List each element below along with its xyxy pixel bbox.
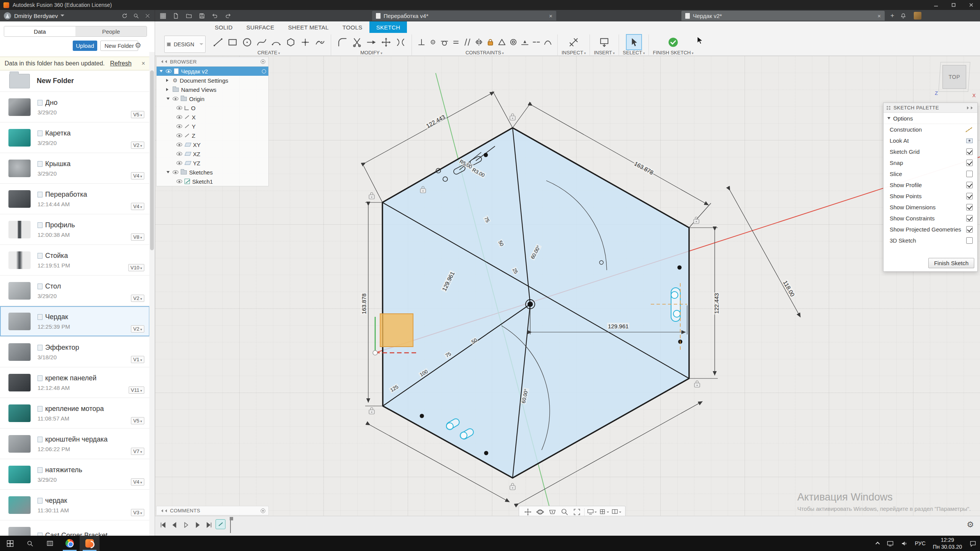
- list-item[interactable]: Каретка3/29/20 V2: [0, 122, 150, 153]
- visibility-eye-icon[interactable]: [176, 115, 182, 119]
- version-dropdown[interactable]: V2: [131, 325, 144, 333]
- select-tool-icon[interactable]: [627, 35, 641, 49]
- visibility-eye-icon[interactable]: [166, 69, 172, 73]
- step-forward-button[interactable]: [193, 520, 203, 530]
- constraints-dropdown[interactable]: CONSTRAINTS: [466, 50, 504, 55]
- list-item[interactable]: Переработка12:14:44 AM V4: [0, 184, 150, 214]
- list-item[interactable]: New Folder: [0, 70, 150, 92]
- version-dropdown[interactable]: V4: [131, 172, 144, 179]
- version-dropdown[interactable]: V2: [131, 295, 144, 302]
- visibility-eye-icon[interactable]: [173, 97, 178, 101]
- list-item[interactable]: кронштейн чердака12:06:22 PM V7: [0, 429, 150, 459]
- pan-icon[interactable]: [523, 507, 533, 516]
- activate-radio-icon[interactable]: [262, 69, 266, 73]
- version-dropdown[interactable]: V10: [128, 264, 144, 271]
- close-button[interactable]: [962, 0, 980, 10]
- tangent-constraint-icon[interactable]: [439, 35, 450, 49]
- option-look-at[interactable]: Look At: [884, 135, 977, 146]
- open-file-icon[interactable]: [184, 11, 194, 21]
- start-button[interactable]: [0, 536, 20, 551]
- point-tool-icon[interactable]: [298, 35, 312, 49]
- timeline-position-marker[interactable]: [230, 518, 231, 533]
- tab-solid[interactable]: SOLID: [208, 21, 240, 33]
- finish-sketch-dropdown[interactable]: FINISH SKETCH: [653, 50, 693, 55]
- option-construction[interactable]: Construction: [884, 124, 977, 135]
- curvature-constraint-icon[interactable]: [542, 35, 554, 49]
- arc-tool-icon[interactable]: [269, 35, 283, 49]
- panel-settings-gear-icon[interactable]: ⚙: [135, 41, 141, 50]
- browser-root-item[interactable]: Чердак v2: [157, 67, 268, 76]
- finish-sketch-icon[interactable]: [666, 35, 680, 49]
- visibility-eye-icon[interactable]: [176, 134, 182, 137]
- display-settings-icon[interactable]: [587, 507, 597, 516]
- version-dropdown[interactable]: V11: [129, 386, 144, 394]
- dismiss-notice-icon[interactable]: ×: [142, 60, 145, 67]
- look-at-icon[interactable]: [547, 507, 557, 516]
- collapse-palette-icon[interactable]: [967, 106, 974, 109]
- action-center-icon[interactable]: [966, 536, 980, 551]
- list-item[interactable]: крепеж панелей12:12:48 AM V11: [0, 367, 150, 398]
- dimension-label[interactable]: 163.878: [361, 293, 367, 315]
- list-item[interactable]: Крышка3/29/20 V4: [0, 153, 150, 184]
- browser-item-named-views[interactable]: Named Views: [157, 85, 268, 94]
- new-tab-button[interactable]: +: [889, 12, 896, 19]
- browser-item-plane-xz[interactable]: XZ: [157, 149, 268, 158]
- construction-line-icon[interactable]: [965, 127, 972, 132]
- list-item[interactable]: Дно3/29/20 V5: [0, 92, 150, 122]
- document-tab-pererabotka[interactable]: Переработка v4* ×: [372, 11, 556, 21]
- tab-sheet-metal[interactable]: SHEET METAL: [281, 21, 335, 33]
- parallel-constraint-icon[interactable]: [462, 35, 473, 49]
- checkbox-unchecked[interactable]: [966, 171, 973, 177]
- visibility-eye-icon[interactable]: [176, 161, 182, 165]
- dimension-label[interactable]: 129.961: [607, 323, 629, 329]
- taskbar-fusion-icon[interactable]: [80, 536, 100, 551]
- data-panel-toggle-icon[interactable]: [158, 11, 168, 21]
- version-dropdown[interactable]: V1: [131, 356, 144, 363]
- refresh-icon[interactable]: [119, 11, 129, 21]
- expander-icon[interactable]: [159, 69, 163, 73]
- version-dropdown[interactable]: V5: [131, 417, 144, 424]
- orbit-icon[interactable]: [535, 507, 545, 516]
- viewports-icon[interactable]: [611, 507, 621, 516]
- modify-dropdown[interactable]: MODIFY: [360, 50, 382, 55]
- browser-item-plane-yz[interactable]: YZ: [157, 158, 268, 168]
- save-icon[interactable]: [197, 11, 207, 21]
- midpoint-constraint-icon[interactable]: [519, 35, 531, 49]
- undo-icon[interactable]: [210, 11, 220, 21]
- fillet-tool-icon[interactable]: [335, 35, 350, 49]
- task-view-icon[interactable]: [40, 536, 60, 551]
- move-tool-icon[interactable]: [379, 35, 393, 49]
- play-button[interactable]: [181, 520, 191, 530]
- list-item[interactable]: Стойка12:19:51 PM V10: [0, 245, 150, 276]
- option-slice[interactable]: Slice: [884, 168, 977, 179]
- tab-data[interactable]: Data: [4, 26, 75, 36]
- visibility-eye-icon[interactable]: [176, 106, 182, 110]
- polygon-tool-icon[interactable]: [283, 35, 298, 49]
- tab-tools[interactable]: TOOLS: [336, 21, 369, 33]
- visibility-eye-icon[interactable]: [176, 124, 182, 128]
- fix-lock-constraint-icon[interactable]: [485, 35, 496, 49]
- version-dropdown[interactable]: V4: [131, 203, 144, 210]
- expander-icon[interactable]: [166, 97, 170, 101]
- dimension-label[interactable]: 122.443: [713, 292, 720, 315]
- option-show-dimensions[interactable]: Show Dimensions: [884, 202, 977, 213]
- option-show-projected-geometries[interactable]: Show Projected Geometries: [884, 224, 977, 235]
- upload-button[interactable]: Upload: [73, 41, 97, 51]
- tab-people[interactable]: People: [75, 26, 147, 36]
- view-cube[interactable]: TOP Z X: [934, 59, 980, 99]
- palette-header[interactable]: SKETCH PALETTE: [884, 103, 977, 113]
- circle-tool-icon[interactable]: [240, 35, 254, 49]
- rectangle-tool-icon[interactable]: [225, 35, 240, 49]
- checkbox-checked[interactable]: [966, 193, 973, 199]
- checkbox-checked[interactable]: [966, 160, 973, 166]
- spline-tool-icon[interactable]: [254, 35, 269, 49]
- browser-item-axis-z[interactable]: Z: [157, 131, 268, 140]
- inspect-dropdown[interactable]: INSPECT: [562, 50, 586, 55]
- collapse-panel-icon[interactable]: [160, 60, 167, 63]
- taskbar-clock[interactable]: 12:29 Пн 30.03.20: [929, 536, 966, 550]
- checkbox-checked[interactable]: [966, 182, 973, 188]
- list-item[interactable]: натяжитель3/29/20 V4: [0, 459, 150, 490]
- select-dropdown[interactable]: SELECT: [623, 50, 645, 55]
- browser-item-origin-o[interactable]: O: [157, 103, 268, 112]
- expander-icon[interactable]: [166, 88, 170, 91]
